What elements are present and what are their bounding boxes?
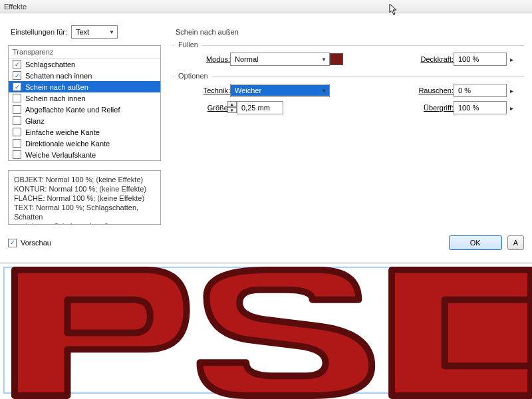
effect-item-schlagschatten[interactable]: Schlagschatten [9, 59, 160, 70]
opacity-input[interactable]: 100 % [454, 53, 507, 66]
fieldset-options: Optionen Technik: Weicher Rauschen: 0 % … [173, 76, 524, 121]
summary-line: OBJEKT: Normal 100 %; (keine Effekte) [14, 175, 155, 184]
effect-item-einfache-kante[interactable]: Einfache weiche Kante [9, 126, 160, 138]
color-swatch[interactable] [330, 53, 343, 65]
abort-button[interactable]: A [507, 235, 524, 250]
slider-icon[interactable] [507, 102, 516, 114]
section-title: Schein nach außen [176, 28, 239, 36]
checkbox-icon[interactable] [13, 150, 21, 159]
mode-value: Normal [235, 55, 258, 63]
effect-item-label: Abgeflachte Kante und Relief [25, 106, 120, 114]
checkbox-icon[interactable] [13, 71, 21, 80]
effect-item-label: Schein nach innen [25, 94, 86, 102]
mode-dropdown[interactable]: Normal [230, 53, 330, 66]
effect-list-header: Transparenz [9, 46, 160, 59]
effect-item-abgeflachte[interactable]: Abgeflachte Kante und Relief [9, 104, 160, 115]
preview-checkbox[interactable] [8, 239, 17, 247]
titlebar: Effekte [0, 0, 532, 13]
checkbox-icon[interactable] [13, 60, 21, 68]
effect-item-label: Einfache weiche Kante [25, 128, 100, 136]
effect-list: Transparenz Schlagschatten Schatten nach… [8, 45, 161, 161]
fieldset-fill-legend: Füllen [174, 41, 202, 49]
ok-button[interactable]: OK [449, 235, 502, 250]
settings-for-dropdown[interactable]: Text [71, 25, 118, 39]
spread-input[interactable]: 100 % [454, 101, 507, 114]
opacity-label: Deckkraft: [420, 55, 454, 63]
summary-line: KONTUR: Normal 100 %; (keine Effekte) [14, 184, 155, 194]
effect-item-schatten-innen[interactable]: Schatten nach innen [9, 70, 160, 81]
fieldset-options-legend: Optionen [174, 72, 212, 80]
effect-item-label: Schatten nach innen [25, 72, 92, 80]
summary-line: nach innen, Schein nach außen [14, 221, 155, 225]
effect-item-verlaufskante[interactable]: Weiche Verlaufskante [9, 149, 160, 160]
spread-label: Übergriff: [424, 104, 454, 112]
summary-line: TEXT: Normal 100 %; Schlagschatten, Scha… [14, 203, 155, 221]
summary-line: FLÄCHE: Normal 100 %; (keine Effekte) [14, 194, 155, 203]
checkbox-icon[interactable] [13, 139, 21, 148]
dialog-body: Einstellungen für: Text Schein nach auße… [0, 13, 532, 259]
slider-icon[interactable] [507, 53, 516, 65]
summary-box: OBJEKT: Normal 100 %; (keine Effekte) KO… [8, 170, 161, 225]
effect-item-schein-innen[interactable]: Schein nach innen [9, 92, 160, 104]
effect-item-schein-aussen[interactable]: Schein nach außen [9, 81, 160, 92]
effect-item-label: Weiche Verlaufskante [25, 151, 96, 159]
noise-input[interactable]: 0 % [454, 84, 507, 97]
settings-for-label: Einstellungen für: [11, 28, 67, 36]
effect-item-label: Glanz [25, 117, 45, 125]
effect-item-label: Schlagschatten [25, 61, 75, 68]
size-spinner[interactable]: ▴▾ [227, 101, 237, 114]
settings-for-value: Text [76, 28, 89, 36]
slider-icon[interactable] [507, 84, 516, 96]
checkbox-icon[interactable] [13, 128, 21, 136]
size-input[interactable]: 0,25 mm [237, 101, 283, 114]
checkbox-icon[interactable] [13, 116, 21, 125]
checkbox-icon[interactable] [13, 105, 21, 114]
technique-dropdown[interactable]: Weicher [230, 84, 330, 97]
document-canvas [0, 263, 532, 399]
fieldset-fill: Füllen Modus: Normal Deckkraft: 100 % [173, 45, 524, 72]
noise-label: Rauschen: [418, 86, 454, 94]
effect-item-label: Schein nach außen [25, 83, 88, 91]
preview-label: Vorschau [21, 239, 51, 247]
effect-item-glanz[interactable]: Glanz [9, 115, 160, 126]
technique-label: Technik: [177, 86, 230, 94]
effect-item-direktionale-kante[interactable]: Direktionale weiche Kante [9, 138, 160, 149]
mode-label: Modus: [177, 55, 230, 63]
checkbox-icon[interactable] [13, 82, 21, 91]
technique-value: Weicher [231, 85, 329, 96]
size-label: Größe: [177, 104, 230, 112]
effect-item-label: Direktionale weiche Kante [25, 140, 110, 148]
titlebar-text: Effekte [4, 3, 27, 11]
checkbox-icon[interactable] [13, 94, 21, 102]
